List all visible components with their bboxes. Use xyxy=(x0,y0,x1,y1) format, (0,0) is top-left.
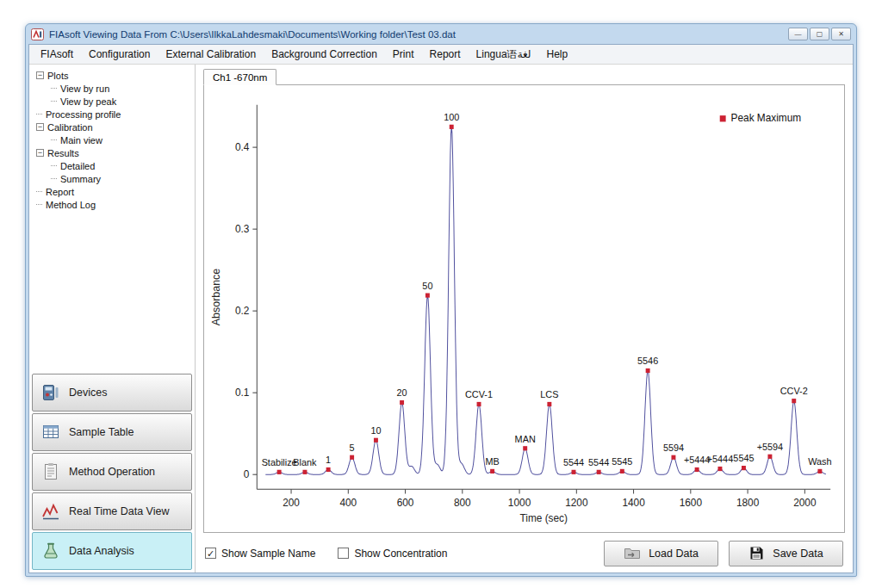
peak-marker[interactable] xyxy=(523,446,527,450)
title-bar[interactable]: FIAsoft Viewing Data From C:\Users\Ilkka… xyxy=(28,24,854,44)
peak-label: 5594 xyxy=(663,443,684,453)
peak-marker[interactable] xyxy=(695,467,699,472)
window-title: FIAsoft Viewing Data From C:\Users\Ilkka… xyxy=(49,29,783,40)
peak-label: +5444 xyxy=(707,454,733,464)
peak-marker[interactable] xyxy=(400,400,404,405)
tree-item-detailed[interactable]: Detailed xyxy=(33,159,193,172)
tree-item-view-by-run[interactable]: View by run xyxy=(33,82,193,95)
load-data-label: Load Data xyxy=(649,548,699,560)
peak-marker[interactable] xyxy=(742,466,746,470)
x-tick-label: 2000 xyxy=(793,497,817,509)
menu-item-fiasoft[interactable]: FIAsoft xyxy=(33,46,81,63)
show-sample-name-label: Show Sample Name xyxy=(221,548,315,560)
tree-connector xyxy=(36,191,42,192)
menu-item-print[interactable]: Print xyxy=(385,46,422,63)
tree-item-processing-profile[interactable]: Processing profile xyxy=(33,108,193,121)
peak-marker[interactable] xyxy=(792,399,796,403)
peak-label: 5 xyxy=(350,443,355,453)
legend-marker-icon xyxy=(720,115,726,121)
menu-item-background-correction[interactable]: Background Correction xyxy=(264,46,385,63)
tree-item-label: Method Log xyxy=(46,200,96,210)
tree-item-summary[interactable]: Summary xyxy=(33,172,193,185)
tree-item-plots[interactable]: −Plots xyxy=(33,69,193,82)
peak-label: MAN xyxy=(515,433,536,443)
y-tick-label: 0.2 xyxy=(235,305,250,317)
menu-item-language[interactable]: Lingua语لغة xyxy=(469,45,539,65)
peak-marker[interactable] xyxy=(817,469,822,473)
peak-label: LCS xyxy=(540,389,558,399)
x-tick-label: 200 xyxy=(283,497,300,509)
tree-item-label: Calibration xyxy=(47,122,93,133)
checkbox-unchecked-icon[interactable] xyxy=(338,548,349,559)
peak-marker[interactable] xyxy=(374,438,378,443)
peak-marker[interactable] xyxy=(490,469,494,473)
legend-label: Peak Maximum xyxy=(731,112,802,124)
data-analysis-icon xyxy=(40,541,61,561)
menu-item-report[interactable]: Report xyxy=(422,46,469,63)
peak-marker[interactable] xyxy=(350,455,354,460)
show-sample-name-checkbox[interactable]: ✓ Show Sample Name xyxy=(205,548,315,560)
peak-marker[interactable] xyxy=(671,455,675,460)
window-controls: — ▢ ✕ xyxy=(788,28,851,40)
peak-marker[interactable] xyxy=(450,125,454,129)
peak-marker[interactable] xyxy=(277,470,282,474)
peak-marker[interactable] xyxy=(302,470,307,474)
peak-marker[interactable] xyxy=(477,402,481,406)
peak-marker[interactable] xyxy=(717,467,722,471)
tree-collapse-icon[interactable]: − xyxy=(36,149,44,157)
tree-item-label: Processing profile xyxy=(46,109,121,120)
tree-item-report[interactable]: Report xyxy=(33,185,193,198)
peak-label: Stabilize xyxy=(262,457,297,467)
peak-marker[interactable] xyxy=(620,469,624,473)
save-floppy-icon xyxy=(748,545,765,561)
tree-item-main-view[interactable]: Main view xyxy=(33,133,193,146)
nav-button-method-operation[interactable]: Method Operation xyxy=(32,453,192,491)
nav-button-label: Devices xyxy=(69,387,107,399)
nav-panel: DevicesSample TableMethod OperationReal … xyxy=(31,373,193,571)
tree-item-calibration[interactable]: −Calibration xyxy=(33,121,193,133)
x-tick-label: 400 xyxy=(339,497,357,509)
tab-ch1-670nm[interactable]: Ch1 -670nm xyxy=(203,69,276,85)
tree-item-results[interactable]: −Results xyxy=(33,146,193,159)
peak-marker[interactable] xyxy=(326,467,331,472)
peak-label: CCV-2 xyxy=(780,386,808,396)
peak-marker[interactable] xyxy=(572,470,576,474)
nav-button-devices[interactable]: Devices xyxy=(32,374,192,412)
peak-marker[interactable] xyxy=(597,470,601,474)
peak-label: 5545 xyxy=(733,453,754,463)
tree-collapse-icon[interactable]: − xyxy=(36,123,44,131)
close-button[interactable]: ✕ xyxy=(831,28,851,40)
nav-button-data-analysis[interactable]: Data Analysis xyxy=(32,532,192,570)
app-icon xyxy=(31,28,44,40)
x-tick-label: 1800 xyxy=(736,497,760,509)
show-concentration-label: Show Concentration xyxy=(354,548,447,560)
peak-marker[interactable] xyxy=(547,402,551,406)
tree-connector xyxy=(51,165,57,166)
load-data-button[interactable]: Load Data xyxy=(604,541,718,566)
save-data-button[interactable]: Save Data xyxy=(729,541,843,566)
peak-marker[interactable] xyxy=(425,294,430,298)
menu-item-configuration[interactable]: Configuration xyxy=(81,46,158,63)
show-concentration-checkbox[interactable]: Show Concentration xyxy=(338,548,447,560)
nav-button-label: Method Operation xyxy=(69,466,155,478)
x-tick-label: 1600 xyxy=(680,497,703,509)
menu-item-external-calibration[interactable]: External Calibration xyxy=(158,46,264,63)
menu-item-help[interactable]: Help xyxy=(539,46,576,63)
peak-marker[interactable] xyxy=(767,455,772,459)
nav-button-real-time-data-view[interactable]: Real Time Data View xyxy=(32,492,192,530)
method-operation-icon xyxy=(40,461,61,482)
tree-connector xyxy=(51,139,57,140)
tree-collapse-icon[interactable]: − xyxy=(36,71,44,79)
nav-button-sample-table[interactable]: Sample Table xyxy=(32,413,192,451)
peak-label: 10 xyxy=(370,425,381,436)
tree-view: −PlotsView by runView by peakProcessing … xyxy=(31,66,193,373)
peak-label: Wash xyxy=(808,456,831,467)
tree-item-view-by-peak[interactable]: View by peak xyxy=(33,95,193,108)
maximize-button[interactable]: ▢ xyxy=(810,28,829,40)
minimize-button[interactable]: — xyxy=(788,28,808,40)
peak-marker[interactable] xyxy=(646,368,650,373)
bottom-bar: ✓ Show Sample Name Show Concentration xyxy=(203,533,845,569)
checkbox-checked-icon[interactable]: ✓ xyxy=(205,548,216,559)
tree-item-method-log[interactable]: Method Log xyxy=(33,198,193,211)
desktop: FIAsoft Viewing Data From C:\Users\Ilkka… xyxy=(0,0,882,588)
